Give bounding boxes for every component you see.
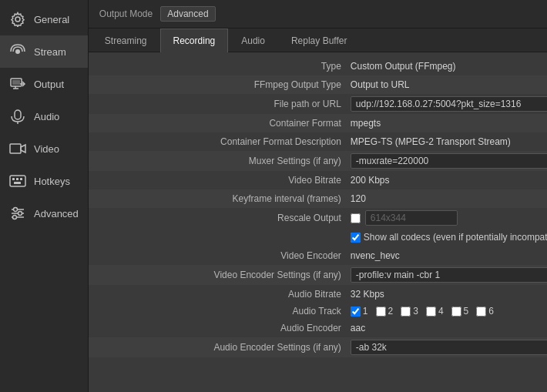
hotkeys-icon	[9, 173, 26, 189]
muxer-input[interactable]	[351, 153, 547, 169]
output-mode-bar: Output Mode Advanced	[89, 0, 547, 28]
tab-streaming[interactable]: Streaming	[92, 28, 160, 52]
sidebar-advanced-label: Advanced	[34, 208, 79, 219]
sidebar-item-video[interactable]: Video	[0, 132, 88, 165]
track-4-label: 4	[438, 306, 444, 317]
svg-rect-13	[20, 178, 22, 180]
audio-encoder-settings-input[interactable]	[351, 340, 547, 355]
sidebar-item-stream[interactable]: Stream	[0, 35, 88, 68]
track-6-checkbox[interactable]	[476, 307, 486, 317]
gear-icon	[9, 11, 26, 28]
keyframe-value: 120	[351, 193, 547, 204]
video-encoder-settings-value	[351, 267, 547, 283]
setting-row-audio-bitrate: Audio Bitrate 32 Kbps	[89, 285, 547, 303]
type-value: Custom Output (FFmpeg)	[351, 61, 547, 72]
muxer-value	[351, 153, 547, 169]
setting-row-video-encoder: Video Encoder nvenc_hevc	[89, 246, 547, 265]
show-codecs-checkbox[interactable]	[351, 233, 361, 243]
show-codecs-content: Show all codecs (even if potentially inc…	[351, 232, 547, 243]
svg-rect-12	[16, 178, 18, 180]
setting-row-container-format-desc: Container Format Description MPEG-TS (MP…	[89, 132, 547, 151]
ffmpeg-output-type-value: Output to URL	[351, 79, 547, 90]
sidebar-video-label: Video	[34, 143, 59, 155]
audio-track-2: 2	[376, 306, 394, 317]
sidebar-item-hotkeys[interactable]: Hotkeys	[0, 165, 88, 197]
output-mode-label: Output Mode	[99, 8, 153, 19]
track-1-label: 1	[363, 306, 368, 317]
ffmpeg-output-type-label: FFmpeg Output Type	[89, 79, 351, 90]
tab-recording[interactable]: Recording	[160, 28, 229, 52]
svg-rect-14	[14, 182, 21, 184]
sidebar: General Stream Output	[0, 0, 89, 392]
audio-track-label: Audio Track	[89, 306, 351, 317]
output-icon	[9, 75, 26, 92]
sidebar-audio-label: Audio	[34, 111, 59, 122]
track-2-checkbox[interactable]	[376, 307, 386, 317]
audio-bitrate-label: Audio Bitrate	[89, 289, 351, 300]
audio-track-1: 1	[351, 306, 368, 317]
svg-rect-10	[10, 176, 25, 186]
show-codecs-row: Show all codecs (even if potentially inc…	[89, 228, 547, 246]
show-codecs-label: Show all codecs (even if potentially inc…	[364, 232, 547, 243]
video-icon	[9, 140, 26, 157]
video-encoder-value: nvenc_hevc	[351, 250, 547, 261]
rescale-label: Rescale Output	[89, 213, 351, 223]
track-6-label: 6	[488, 306, 494, 317]
video-encoder-settings-label: Video Encoder Settings (if any)	[89, 270, 351, 280]
sidebar-hotkeys-label: Hotkeys	[34, 176, 70, 187]
keyframe-label: Keyframe interval (frames)	[89, 193, 351, 204]
tab-replay-buffer[interactable]: Replay Buffer	[278, 28, 361, 52]
track-3-checkbox[interactable]	[401, 307, 411, 317]
setting-row-audio-encoder-settings: Audio Encoder Settings (if any)	[89, 337, 547, 357]
audio-bitrate-value: 32 Kbps	[351, 289, 547, 300]
setting-row-container-format: Container Format mpegts	[89, 114, 547, 132]
video-encoder-label: Video Encoder	[89, 250, 351, 261]
svg-rect-3	[12, 80, 20, 85]
setting-row-rescale: Rescale Output	[89, 208, 547, 228]
setting-row-muxer: Muxer Settings (if any)	[89, 151, 547, 171]
audio-track-row: Audio Track 1 2 3 4	[89, 303, 547, 319]
output-mode-value: Advanced	[160, 6, 215, 22]
filepath-value	[351, 96, 547, 112]
setting-row-type: Type Custom Output (FFmpeg)	[89, 57, 547, 75]
track-5-checkbox[interactable]	[451, 307, 461, 317]
sidebar-item-output[interactable]: Output	[0, 68, 88, 100]
sidebar-item-advanced[interactable]: Advanced	[0, 197, 88, 230]
track-1-checkbox[interactable]	[351, 307, 361, 317]
track-3-label: 3	[413, 306, 418, 317]
svg-point-15	[14, 208, 18, 212]
audio-encoder-settings-value	[351, 340, 547, 355]
rescale-checkbox[interactable]	[351, 213, 361, 223]
track-2-label: 2	[388, 306, 394, 317]
sidebar-general-label: General	[34, 14, 69, 25]
video-encoder-settings-input[interactable]	[351, 267, 547, 283]
main-content: Output Mode Advanced Streaming Recording…	[89, 0, 547, 392]
filepath-input[interactable]	[351, 96, 547, 112]
filepath-label: File path or URL	[89, 99, 351, 109]
rescale-value	[351, 210, 547, 226]
svg-rect-9	[10, 144, 21, 153]
video-bitrate-value: 200 Kbps	[351, 175, 547, 186]
container-format-label: Container Format	[89, 118, 351, 129]
svg-rect-7	[15, 110, 21, 119]
svg-point-16	[18, 212, 22, 216]
setting-row-keyframe: Keyframe interval (frames) 120	[89, 189, 547, 208]
video-bitrate-label: Video Bitrate	[89, 175, 351, 186]
track-5-label: 5	[464, 306, 469, 317]
rescale-size-input[interactable]	[365, 210, 458, 226]
tab-audio[interactable]: Audio	[228, 28, 278, 52]
sidebar-item-general[interactable]: General	[0, 3, 88, 35]
audio-encoder-label: Audio Encoder	[89, 323, 351, 333]
svg-point-17	[13, 216, 17, 219]
setting-row-filepath: File path or URL	[89, 94, 547, 114]
audio-track-3: 3	[401, 306, 418, 317]
audio-encoder-settings-label: Audio Encoder Settings (if any)	[89, 342, 351, 353]
audio-track-items: 1 2 3 4 5	[351, 306, 494, 317]
setting-row-audio-encoder: Audio Encoder aac	[89, 319, 547, 337]
setting-row-video-encoder-settings: Video Encoder Settings (if any)	[89, 265, 547, 285]
sidebar-item-audio[interactable]: Audio	[0, 100, 88, 132]
type-label: Type	[89, 61, 351, 72]
track-4-checkbox[interactable]	[426, 307, 436, 317]
container-format-value: mpegts	[351, 118, 547, 129]
audio-track-6: 6	[476, 306, 494, 317]
